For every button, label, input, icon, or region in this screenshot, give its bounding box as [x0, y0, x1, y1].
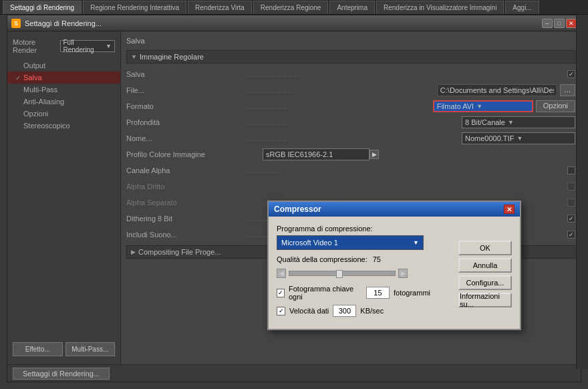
includi-suono-label: Includi Suono...: [126, 231, 247, 239]
alpha-dritto-label: Alpha Dritto: [126, 182, 247, 190]
sidebar-item-stereoscopico[interactable]: Stereoscopico: [7, 120, 120, 132]
sidebar-stereoscopico-label: Stereoscopico: [23, 122, 70, 130]
formato-row: Formato ................. Filmato AVI ▼ …: [126, 100, 575, 113]
quality-row: Qualità della compressione: 75: [277, 255, 430, 263]
sidebar-bottom-buttons: Effetto... Multi-Pass...: [7, 337, 120, 362]
immagine-regolare-header[interactable]: ▼ Immagine Regolare: [126, 50, 575, 63]
salva-field-label: Salva: [126, 70, 247, 78]
canale-alpha-label: Canale Alpha: [126, 166, 247, 174]
nome-dropdown[interactable]: Nome0000.TIF ▼: [462, 132, 575, 144]
alpha-separato-label: Alpha Separato: [126, 199, 247, 207]
tab-settaggi[interactable]: Settaggi di Rendering: [3, 1, 82, 14]
settaggi-rendering-button[interactable]: Settaggi di Rendering...: [13, 368, 110, 380]
programma-dropdown-arrow-icon: ▼: [413, 239, 419, 246]
immagine-regolare-title: Immagine Regolare: [140, 53, 204, 61]
velocita-row: Velocità dati KB/sec: [277, 305, 430, 317]
sidebar-item-output[interactable]: Output: [7, 59, 120, 72]
programma-dropdown[interactable]: Microsoft Video 1 ▼: [277, 235, 424, 250]
right-edge-panel: [576, 15, 588, 369]
ok-button[interactable]: OK: [458, 241, 512, 255]
programma-label: Programma di compressione:: [277, 225, 430, 233]
title-bar: S Settaggi di Rendering... ─ □ ✕: [7, 15, 581, 31]
sidebar-item-salva[interactable]: ✓ Salva: [7, 72, 120, 84]
minimize-button[interactable]: ─: [542, 19, 553, 28]
tab-regione[interactable]: Regione Rendering Interattiva: [83, 1, 186, 14]
window-title: Settaggi di Rendering...: [25, 19, 542, 27]
informazioni-button[interactable]: Informazioni su...: [458, 293, 512, 307]
checkmark-icon: ✓: [15, 74, 21, 82]
alpha-dritto-row: Alpha Dritto ...............: [126, 180, 575, 193]
window-controls: ─ □ ✕: [542, 19, 577, 28]
formato-dropdown-arrow-icon: ▼: [476, 103, 482, 110]
tab-visualizzatore[interactable]: Renderizza in Visualizzatore Immagini: [376, 1, 504, 14]
motore-render-label: Motore Render: [13, 38, 57, 54]
compositing-title: Compositing File Proge...: [138, 248, 221, 256]
canale-alpha-checkbox[interactable]: [567, 166, 575, 174]
effetto-button[interactable]: Effetto...: [13, 342, 63, 356]
configura-button[interactable]: Configura...: [458, 275, 512, 290]
left-sidebar: Motore Render Full Rendering ▼ Output ✓ …: [7, 31, 121, 382]
formato-dropdown[interactable]: Filmato AVI ▼: [433, 100, 533, 112]
includi-suono-checkbox[interactable]: [567, 231, 575, 239]
dialog-title-text: Compressor: [274, 205, 321, 214]
quality-slider-container: ◀ ▶: [277, 269, 430, 278]
quality-slider[interactable]: [289, 271, 396, 276]
tab-aggi[interactable]: Aggi...: [505, 1, 539, 14]
profondita-dropdown[interactable]: 8 Bit/Canale ▼: [462, 116, 575, 128]
app-icon: S: [11, 19, 21, 28]
sidebar-antialiasing-label: Anti-Aliasing: [23, 98, 64, 106]
fotogramma-row: Fotogramma chiave ogni fotogrammi: [277, 285, 430, 301]
profilo-colore-row: Profilo Colore Immagine sRGB IEC61966-2.…: [126, 148, 575, 161]
close-button[interactable]: ✕: [566, 19, 577, 28]
file-path-input[interactable]: [437, 84, 557, 96]
sidebar-multipass-label: Multi-Pass: [23, 86, 57, 94]
fotogramma-checkbox[interactable]: [277, 289, 285, 297]
dithering-checkbox[interactable]: [567, 215, 575, 223]
compositing-arrow-icon: ▶: [131, 249, 136, 255]
profondita-dropdown-arrow-icon: ▼: [508, 119, 514, 126]
opzioni-button[interactable]: Opzioni: [536, 100, 575, 112]
sidebar-item-opzioni[interactable]: Opzioni: [7, 108, 120, 120]
maximize-button[interactable]: □: [554, 19, 565, 28]
alpha-dritto-checkbox[interactable]: [567, 182, 575, 190]
dialog-body: Programma di compressione: Microsoft Vid…: [269, 217, 520, 329]
sidebar-salva-label: Salva: [23, 74, 42, 82]
tab-renderizza-regione[interactable]: Renderizza Regione: [253, 1, 329, 14]
formato-field-label: Formato: [126, 102, 247, 110]
fotogramma-input[interactable]: [366, 287, 390, 299]
motore-render-dropdown[interactable]: Full Rendering ▼: [60, 40, 116, 52]
slider-left-button[interactable]: ◀: [277, 269, 286, 278]
top-tabbar: Settaggi di Rendering Regione Rendering …: [0, 0, 588, 15]
slider-right-button[interactable]: ▶: [398, 269, 408, 278]
nome-row: Nome... ................. Nome0000.TIF ▼: [126, 132, 575, 145]
profilo-colore-dropdown[interactable]: sRGB IEC61966-2.1: [263, 148, 370, 160]
tab-renderizza-virta[interactable]: Renderizza Virta: [188, 1, 252, 14]
sidebar-item-multipass[interactable]: Multi-Pass: [7, 84, 120, 96]
velocita-checkbox[interactable]: [277, 307, 285, 315]
nome-dropdown-arrow-icon: ▼: [517, 135, 523, 142]
canale-alpha-row: Canale Alpha .............: [126, 164, 575, 177]
sidebar-opzioni-label: Opzioni: [23, 110, 48, 118]
annulla-button[interactable]: Annulla: [458, 258, 512, 273]
alpha-separato-checkbox[interactable]: [567, 199, 575, 207]
file-field-value: ...: [437, 84, 575, 96]
dialog-title-bar: Compressor ✕: [269, 202, 520, 217]
tab-anteprima[interactable]: Anteprima: [329, 1, 375, 14]
slider-thumb[interactable]: [336, 270, 343, 278]
multipass-button[interactable]: Multi-Pass...: [65, 342, 116, 356]
profilo-arrow-button[interactable]: ▶: [370, 150, 379, 159]
motore-dropdown-arrow-icon: ▼: [106, 43, 112, 49]
sidebar-output-label: Output: [23, 61, 45, 70]
formato-field-value: Filmato AVI ▼ Opzioni: [433, 100, 575, 112]
panel-title: Salva: [126, 37, 575, 45]
dialog-close-button[interactable]: ✕: [504, 205, 514, 214]
salva-row: Salva .....................: [126, 68, 575, 81]
dithering-label: Dithering 8 Bit: [126, 215, 247, 223]
sidebar-item-antialiasing[interactable]: Anti-Aliasing: [7, 96, 120, 108]
salva-checkbox[interactable]: [567, 70, 575, 78]
velocita-input[interactable]: [333, 305, 356, 317]
browse-button[interactable]: ...: [560, 84, 575, 96]
motore-render-row: Motore Render Full Rendering ▼: [7, 37, 120, 55]
profondita-field-label: Profondità: [126, 118, 247, 126]
dialog-buttons: OK Annulla Configura... Informazioni su.…: [458, 241, 512, 307]
